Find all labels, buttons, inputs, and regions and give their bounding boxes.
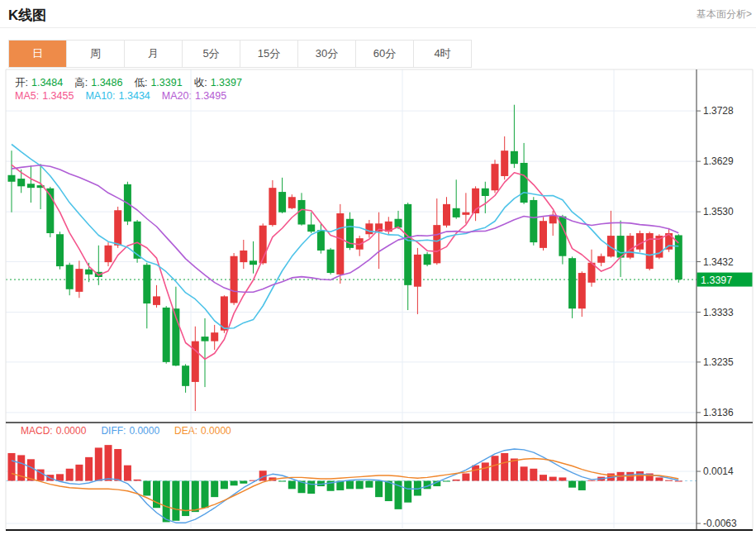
- candle-body-down: [511, 151, 518, 164]
- macd-bar-negative: [202, 481, 209, 509]
- y-axis-tick-label: 1.3333: [703, 307, 734, 318]
- macd-bar-positive: [521, 466, 528, 480]
- candle-body-up: [375, 223, 383, 232]
- macd-bar-negative: [172, 481, 179, 521]
- candle-body-up: [240, 251, 247, 262]
- candle-body-down: [453, 208, 460, 217]
- macd-bar-positive: [95, 447, 102, 480]
- macd-bar-positive: [124, 466, 131, 481]
- candle-body-down: [482, 189, 489, 196]
- macd-bar-positive: [511, 458, 518, 480]
- candle-body-down: [317, 230, 325, 251]
- candle-body-down: [521, 163, 528, 203]
- y-axis-tick-label: 1.3235: [703, 356, 734, 368]
- candle-body-down: [675, 235, 682, 279]
- candle-body-up: [443, 204, 450, 226]
- macd-bar-positive: [134, 480, 141, 481]
- candle-body-down: [278, 192, 286, 213]
- candle-body-up: [433, 225, 440, 263]
- y-axis-tick-label: 1.3136: [703, 407, 734, 418]
- candle-body-down: [163, 308, 170, 362]
- candle-body-up: [211, 332, 218, 341]
- candle-body-up: [578, 273, 586, 308]
- macd-bar-negative: [288, 481, 296, 490]
- candle-body-up: [221, 296, 228, 330]
- candle-body-up: [414, 255, 421, 287]
- macd-bar-negative: [221, 481, 228, 490]
- candle-body-down: [182, 365, 189, 386]
- current-price-tag-label: 1.3397: [701, 275, 732, 286]
- macd-bar-positive: [492, 456, 499, 480]
- macd-bar-negative: [307, 481, 315, 494]
- candle-body-up: [462, 213, 469, 215]
- macd-bar-positive: [501, 453, 508, 481]
- macd-bar-negative: [356, 481, 364, 490]
- candle-body-up: [501, 150, 508, 176]
- candle-body-up: [540, 221, 547, 248]
- candle-body-down: [530, 200, 537, 242]
- macd-bar-positive: [114, 449, 121, 480]
- macd-bar-negative: [346, 481, 354, 490]
- macd-bar-positive: [482, 462, 489, 480]
- macd-bar-positive: [472, 466, 479, 481]
- candle-body-up: [192, 342, 199, 382]
- y-axis-tick-label: 1.3629: [703, 155, 734, 167]
- macd-bar-positive: [549, 477, 557, 481]
- candle-body-down: [424, 254, 431, 265]
- macd-bar-positive: [85, 457, 93, 481]
- macd-bar-negative: [278, 481, 286, 482]
- macd-bar-positive: [75, 465, 83, 481]
- candle-body-down: [27, 184, 35, 188]
- candle-body-up: [231, 256, 238, 303]
- candle-body-up: [105, 246, 112, 262]
- candle-body-down: [404, 204, 411, 285]
- macd-bar-positive: [540, 475, 547, 480]
- macd-bar-negative: [143, 481, 150, 496]
- candle-body-down: [66, 265, 74, 289]
- candle-body-down: [8, 175, 16, 182]
- candle-body-up: [75, 269, 83, 292]
- candle-body-down: [327, 250, 335, 273]
- macd-bar-positive: [530, 469, 537, 481]
- macd-bar-negative: [385, 481, 392, 502]
- macd-bar-negative: [568, 481, 576, 488]
- macd-bar-negative: [443, 481, 450, 482]
- kline-chart-canvas[interactable]: 1.37281.36291.35301.34321.33331.32351.31…: [0, 0, 756, 535]
- macd-bar-negative: [240, 481, 247, 484]
- candle-body-up: [153, 296, 160, 304]
- macd-bar-positive: [675, 481, 682, 482]
- candle-body-up: [626, 236, 634, 257]
- y-axis-tick-label: 1.3432: [703, 256, 734, 268]
- macd-bar-positive: [665, 480, 673, 481]
- candle-body-up: [336, 213, 344, 275]
- macd-bar-positive: [588, 480, 596, 481]
- candle-body-down: [307, 225, 315, 232]
- candle-body-down: [568, 258, 576, 308]
- candle-body-up: [636, 233, 644, 250]
- macd-bar-negative: [211, 481, 218, 498]
- macd-bar-positive: [453, 480, 460, 481]
- macd-bar-positive: [8, 453, 16, 481]
- kline-widget: K线图 基本面分析> 日周月5分15分30分60分4时 开:1.3484高:1.…: [0, 0, 756, 535]
- candle-body-up: [597, 256, 605, 263]
- macd-bar-negative: [365, 481, 373, 488]
- macd-bar-negative: [404, 481, 411, 503]
- macd-bar-positive: [105, 445, 112, 480]
- macd-bar-positive: [655, 477, 663, 480]
- macd-bar-negative: [163, 481, 170, 523]
- macd-axis-tick-label: -0.0063: [703, 518, 737, 529]
- y-axis-tick-label: 1.3728: [703, 105, 734, 117]
- candle-body-up: [365, 223, 373, 234]
- macd-bar-negative: [375, 481, 383, 498]
- macd-bar-positive: [462, 473, 469, 480]
- candle-body-up: [288, 197, 296, 208]
- y-axis-tick-label: 1.3530: [703, 206, 734, 217]
- candle-body-down: [250, 260, 257, 265]
- macd-bar-positive: [56, 474, 64, 480]
- macd-bar-positive: [66, 469, 74, 481]
- macd-bar-positive: [559, 477, 566, 480]
- candle-body-up: [114, 210, 121, 246]
- candle-body-down: [202, 337, 209, 342]
- candle-body-up: [492, 164, 499, 190]
- candle-body-down: [56, 234, 64, 266]
